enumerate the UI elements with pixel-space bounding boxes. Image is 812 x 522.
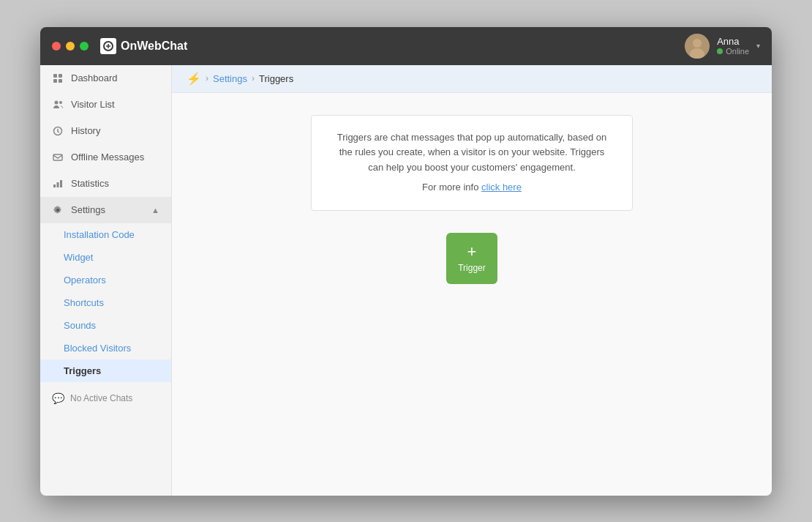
settings-label: Settings <box>71 204 105 215</box>
dashboard-label: Dashboard <box>71 72 118 83</box>
users-icon <box>52 99 64 111</box>
svg-rect-14 <box>60 180 62 187</box>
breadcrumb-sep-1: › <box>206 73 208 83</box>
user-dropdown-arrow[interactable]: ▾ <box>756 42 760 50</box>
sidebar-item-visitor-list[interactable]: Visitor List <box>40 92 171 118</box>
user-name: Anna <box>717 36 739 47</box>
visitor-list-label: Visitor List <box>71 99 115 110</box>
svg-point-9 <box>59 101 62 104</box>
logo-text: OnWebChat <box>121 40 187 53</box>
offline-messages-label: Offline Messages <box>71 152 144 163</box>
avatar <box>685 34 710 59</box>
svg-rect-4 <box>53 74 57 78</box>
app-logo: OnWebChat <box>100 38 187 54</box>
breadcrumb-current: Triggers <box>259 73 293 84</box>
logo-icon <box>100 38 116 54</box>
no-active-chats: 💬 No Active Chats <box>40 385 171 411</box>
content-area: Triggers are chat messages that pop up a… <box>172 93 772 496</box>
svg-point-8 <box>55 100 59 104</box>
status-text: Online <box>726 47 749 56</box>
info-text: Triggers are chat messages that pop up a… <box>334 130 610 176</box>
bar-chart-icon <box>52 178 64 190</box>
trigger-button-label: Trigger <box>458 263 486 273</box>
close-button[interactable] <box>52 42 61 51</box>
plus-icon: + <box>467 244 477 260</box>
svg-rect-12 <box>53 184 56 187</box>
titlebar: OnWebChat Anna Online ▾ <box>40 27 772 65</box>
sub-nav-installation-code[interactable]: Installation Code <box>40 223 171 246</box>
svg-rect-11 <box>53 154 62 160</box>
sub-nav-widget[interactable]: Widget <box>40 246 171 269</box>
sidebar-item-history[interactable]: History <box>40 118 171 144</box>
sub-nav-sounds[interactable]: Sounds <box>40 314 171 337</box>
breadcrumb: ⚡ › Settings › Triggers <box>172 65 772 93</box>
status-dot <box>717 48 723 54</box>
sidebar-settings-header[interactable]: Settings ▲ <box>40 197 171 223</box>
app-window: OnWebChat Anna Online ▾ <box>40 27 772 496</box>
user-status: Online <box>717 47 749 56</box>
sidebar-item-dashboard[interactable]: Dashboard <box>40 65 171 92</box>
svg-rect-7 <box>59 79 62 83</box>
minimize-button[interactable] <box>66 42 75 51</box>
breadcrumb-settings[interactable]: Settings <box>213 73 247 84</box>
main-content: ⚡ › Settings › Triggers Triggers are cha… <box>172 65 772 496</box>
sub-nav-blocked-visitors[interactable]: Blocked Visitors <box>40 337 171 359</box>
settings-sub-nav: Installation Code Widget Operators Short… <box>40 223 171 382</box>
lightning-icon: ⚡ <box>187 72 201 86</box>
envelope-icon <box>52 152 64 163</box>
sidebar: Dashboard Visitor List <box>40 65 172 496</box>
sidebar-item-offline-messages[interactable]: Offline Messages <box>40 144 171 171</box>
sidebar-item-statistics[interactable]: Statistics <box>40 171 171 197</box>
maximize-button[interactable] <box>80 42 89 51</box>
click-here-link[interactable]: click here <box>481 182 522 193</box>
no-chats-label: No Active Chats <box>70 393 132 403</box>
sub-nav-operators[interactable]: Operators <box>40 269 171 291</box>
sub-nav-shortcuts[interactable]: Shortcuts <box>40 291 171 314</box>
clock-icon <box>52 125 64 137</box>
titlebar-buttons <box>52 42 89 51</box>
svg-rect-5 <box>59 74 62 78</box>
user-info: Anna Online <box>717 36 749 56</box>
app-body: Dashboard Visitor List <box>40 65 772 496</box>
chat-bubble-icon: 💬 <box>52 392 64 404</box>
svg-rect-13 <box>57 182 59 187</box>
chevron-up-icon: ▲ <box>151 206 159 215</box>
statistics-label: Statistics <box>71 178 109 189</box>
gear-icon <box>52 204 64 216</box>
svg-point-2 <box>693 39 702 48</box>
add-trigger-button[interactable]: + Trigger <box>446 233 497 284</box>
breadcrumb-sep-2: › <box>252 73 255 83</box>
info-text-2: For more info click here <box>334 180 610 195</box>
info-box: Triggers are chat messages that pop up a… <box>311 115 633 211</box>
user-area: Anna Online ▾ <box>685 34 760 59</box>
svg-rect-6 <box>53 79 57 83</box>
sub-nav-triggers[interactable]: Triggers <box>40 359 171 382</box>
history-label: History <box>71 125 100 136</box>
grid-icon <box>52 72 64 84</box>
